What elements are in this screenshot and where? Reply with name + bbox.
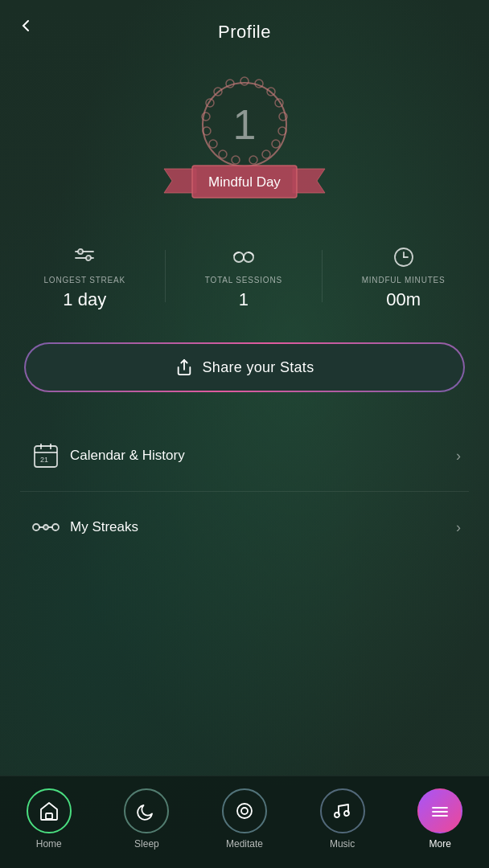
badge-container: 1 Mindful Day [160, 72, 329, 206]
home-nav-label: Home [36, 838, 62, 850]
nav-music[interactable]: Music [310, 788, 375, 850]
calendar-history-arrow: › [456, 448, 461, 465]
longest-streak-label: LONGEST STREAK [43, 276, 125, 285]
mindful-minutes-value: 00m [386, 289, 421, 310]
share-icon [175, 358, 193, 376]
my-streaks-arrow: › [456, 519, 461, 536]
stat-total-sessions: TOTAL SESSIONS 1 [205, 242, 282, 310]
ribbon-icon: Mindful Day [160, 161, 329, 203]
total-sessions-label: TOTAL SESSIONS [205, 276, 282, 285]
nav-meditate[interactable]: Meditate [212, 788, 277, 850]
calendar-icon: 21 [28, 438, 64, 473]
back-button[interactable] [16, 16, 35, 40]
clock-icon [392, 242, 416, 271]
nav-home[interactable]: Home [17, 788, 81, 850]
svg-point-24 [78, 249, 83, 254]
calendar-history-item[interactable]: 21 Calendar & History › [20, 420, 469, 492]
music-icon [331, 800, 354, 822]
menu-icon [429, 800, 451, 822]
stat-longest-streak: LONGEST STREAK 1 day [43, 242, 125, 310]
home-icon [38, 800, 60, 822]
svg-text:21: 21 [40, 456, 48, 464]
badge-ribbon: Mindful Day [160, 161, 329, 206]
filter-icon [72, 242, 97, 271]
stats-section: LONGEST STREAK 1 day TOTAL SESSIONS 1 [0, 230, 489, 322]
svg-rect-44 [46, 813, 52, 819]
svg-marker-18 [164, 169, 196, 193]
svg-point-41 [43, 525, 48, 530]
my-streaks-item[interactable]: My Streaks › [20, 492, 469, 563]
sleep-nav-label: Sleep [134, 838, 159, 850]
mindful-minutes-label: MINDFUL MINUTES [362, 276, 446, 285]
stat-divider-2 [322, 250, 323, 302]
stat-mindful-minutes: MINDFUL MINUTES 00m [362, 242, 446, 310]
share-stats-button[interactable]: Share your Stats [24, 342, 465, 392]
svg-point-40 [52, 524, 59, 530]
meditate-nav-circle [222, 788, 267, 833]
badge-section: 1 Mindful Day [0, 72, 489, 206]
share-stats-label: Share your Stats [203, 359, 314, 376]
nav-more[interactable]: More [408, 788, 472, 850]
page-header: Profile [0, 0, 489, 56]
sleep-nav-circle [124, 788, 169, 833]
my-streaks-label: My Streaks [70, 519, 456, 535]
calendar-history-label: Calendar & History [70, 448, 456, 464]
nav-sleep[interactable]: Sleep [114, 788, 179, 850]
svg-point-25 [86, 256, 91, 260]
svg-point-47 [335, 813, 339, 817]
svg-point-45 [237, 804, 252, 818]
longest-streak-value: 1 day [63, 289, 106, 310]
bottom-nav: Home Sleep Meditate [0, 776, 489, 868]
svg-point-39 [33, 524, 39, 530]
meditate-nav-label: Meditate [226, 838, 263, 850]
music-nav-label: Music [330, 838, 355, 850]
total-sessions-value: 1 [239, 289, 249, 310]
more-nav-circle [417, 788, 462, 833]
list-section: 21 Calendar & History › My Streaks › [0, 412, 489, 571]
svg-marker-19 [293, 169, 325, 193]
sleep-icon [135, 800, 158, 822]
streaks-icon [28, 510, 64, 545]
svg-point-46 [241, 808, 248, 814]
home-nav-circle [27, 788, 72, 833]
glasses-icon [232, 242, 256, 271]
svg-text:Mindful Day: Mindful Day [208, 174, 281, 190]
stat-divider-1 [165, 250, 166, 302]
svg-point-48 [344, 811, 349, 816]
meditate-icon [233, 800, 256, 822]
more-nav-label: More [429, 838, 451, 850]
page-title: Profile [218, 22, 271, 43]
share-button-wrapper: Share your Stats [0, 330, 489, 404]
music-nav-circle [320, 788, 365, 833]
